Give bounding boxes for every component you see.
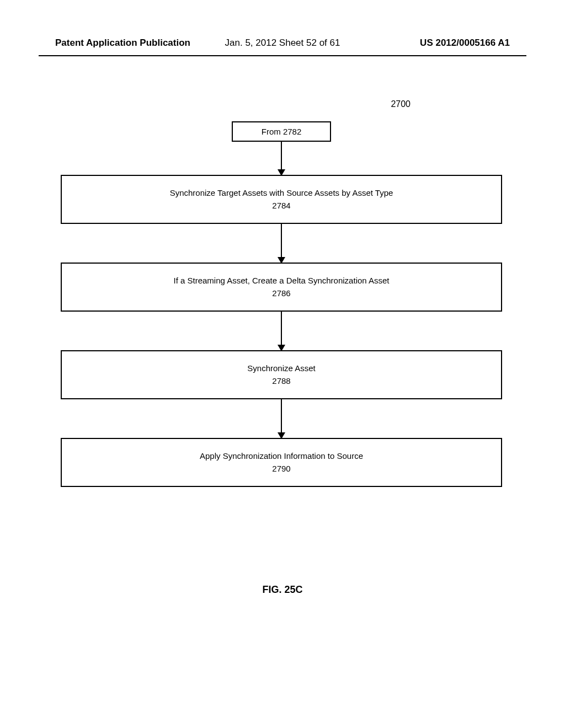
arrow-head-icon [278,257,285,264]
arrow-head-icon [278,432,285,439]
figure-label: FIG. 25C [0,584,565,596]
header-date-sheet: Jan. 5, 2012 Sheet 52 of 61 [225,38,340,49]
arrow-head-icon [278,345,285,351]
header-divider [39,55,526,56]
arrow-connector [61,224,502,263]
header-publication-type: Patent Application Publication [55,38,190,49]
process-number: 2786 [272,288,290,298]
process-text: Apply Synchronization Information to Sou… [200,451,363,461]
process-number: 2788 [272,376,290,386]
process-number: 2790 [272,464,290,473]
arrow-connector [61,399,502,438]
arrow-head-icon [278,169,285,176]
process-text: Synchronize Target Assets with Source As… [170,188,393,197]
process-box-2784: Synchronize Target Assets with Source As… [61,175,502,224]
process-box-2788: Synchronize Asset 2788 [61,350,502,399]
header-publication-number: US 2012/0005166 A1 [420,38,510,49]
process-text: If a Streaming Asset, Create a Delta Syn… [173,276,389,285]
process-box-2786: If a Streaming Asset, Create a Delta Syn… [61,263,502,312]
process-number: 2784 [272,201,290,210]
page-header: Patent Application Publication Jan. 5, 2… [0,38,565,49]
flowchart-start-box: From 2782 [232,121,331,142]
flowchart-container: From 2782 Synchronize Target Assets with… [61,121,502,487]
arrow-connector [61,142,502,175]
arrow-connector [61,312,502,350]
process-text: Synchronize Asset [247,363,315,373]
process-box-2790: Apply Synchronization Information to Sou… [61,438,502,487]
start-label: From 2782 [262,127,302,136]
reference-number: 2700 [391,99,411,109]
